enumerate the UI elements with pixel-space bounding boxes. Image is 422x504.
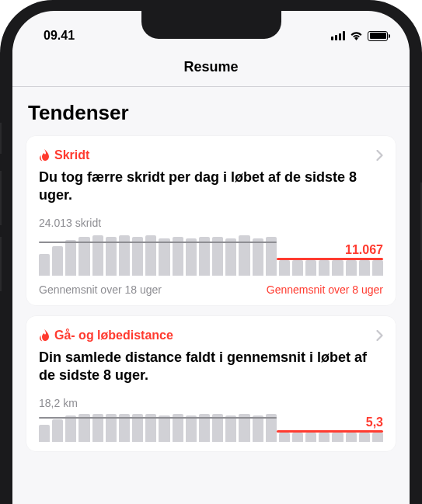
card-header: Gå- og løbedistance <box>39 328 383 342</box>
avg-18w-label: 18,2 km <box>39 397 383 409</box>
avg-8w-line <box>277 258 383 260</box>
content-area[interactable]: Tendenser Skridt Du tog færre skridt per… <box>12 87 410 451</box>
flame-icon <box>39 329 50 342</box>
chevron-right-icon <box>376 150 383 161</box>
screen: 09.41 Resume Tendenser <box>12 11 410 504</box>
card-description: Du tog færre skridt per dag i løbet af d… <box>39 169 383 204</box>
trend-card-distance[interactable]: Gå- og løbedistance Din samlede distance… <box>26 316 396 451</box>
footer-8w: Gennemsnit over 8 uger <box>267 283 383 296</box>
status-indicators <box>331 31 388 41</box>
avg-8w-line <box>277 430 383 433</box>
notch <box>141 11 281 39</box>
phone-frame: 09.41 Resume Tendenser <box>0 0 422 504</box>
avg-18w-line <box>39 417 277 419</box>
bar-chart: 5,3 <box>39 411 383 442</box>
wifi-icon <box>350 31 363 40</box>
steps-chart: 24.013 skridt 11.067 Gennemsnit over 18 … <box>39 217 383 296</box>
volume-up-button <box>0 171 2 225</box>
chevron-right-icon <box>376 330 383 341</box>
volume-down-button <box>0 237 2 291</box>
card-description: Din samlede distance faldt i gennemsnit … <box>39 349 383 384</box>
avg-8w-value: 5,3 <box>366 415 383 429</box>
footer-18w: Gennemsnit over 18 uger <box>39 283 162 296</box>
flame-icon <box>39 149 50 162</box>
avg-8w-value: 11.067 <box>345 243 383 257</box>
page-title: Resume <box>12 59 410 75</box>
cellular-icon <box>331 31 345 40</box>
card-label: Skridt <box>54 148 89 162</box>
card-label: Gå- og løbedistance <box>54 328 173 342</box>
mute-switch <box>0 123 2 154</box>
avg-18w-label: 24.013 skridt <box>39 217 383 229</box>
distance-chart: 18,2 km 5,3 <box>39 397 383 442</box>
trend-card-steps[interactable]: Skridt Du tog færre skridt per dag i løb… <box>26 136 396 305</box>
status-time: 09.41 <box>44 29 75 43</box>
avg-18w-line <box>39 242 277 243</box>
battery-icon <box>368 31 388 41</box>
section-title: Tendenser <box>26 101 396 125</box>
bar-chart: 11.067 <box>39 231 383 276</box>
nav-header: Resume <box>12 50 410 87</box>
card-header: Skridt <box>39 148 383 162</box>
chart-footer: Gennemsnit over 18 uger Gennemsnit over … <box>39 283 383 296</box>
